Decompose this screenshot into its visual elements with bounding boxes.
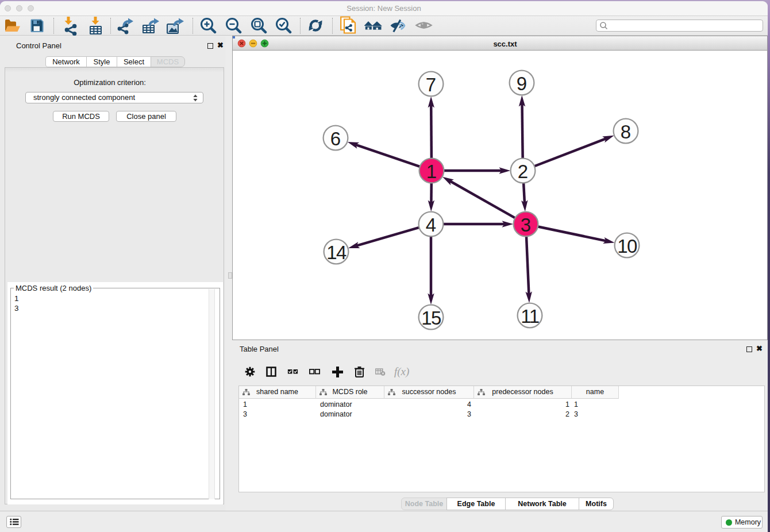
svg-text:6: 6 — [330, 128, 341, 149]
svg-text:14: 14 — [326, 242, 346, 263]
svg-text:4: 4 — [426, 214, 436, 236]
svg-text:7: 7 — [426, 74, 436, 95]
svg-text:9: 9 — [517, 73, 527, 94]
svg-text:1: 1 — [426, 161, 437, 182]
svg-text:2: 2 — [518, 161, 528, 182]
svg-text:8: 8 — [621, 121, 631, 142]
svg-text:11: 11 — [521, 306, 538, 327]
svg-text:10: 10 — [617, 236, 637, 257]
svg-text:3: 3 — [521, 214, 531, 236]
svg-text:15: 15 — [421, 307, 441, 329]
